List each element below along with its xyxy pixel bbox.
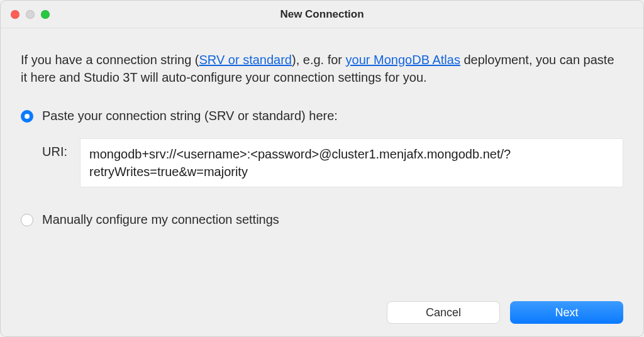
dialog-content: If you have a connection string (SRV or … bbox=[1, 28, 643, 336]
uri-input[interactable] bbox=[80, 138, 623, 187]
maximize-icon[interactable] bbox=[41, 10, 50, 19]
option-manual-row[interactable]: Manually configure my connection setting… bbox=[21, 213, 623, 227]
dialog-window: New Connection If you have a connection … bbox=[0, 0, 644, 337]
next-button[interactable]: Next bbox=[510, 301, 623, 324]
option-paste-row[interactable]: Paste your connection string (SRV or sta… bbox=[21, 109, 623, 123]
dialog-footer: Cancel Next bbox=[21, 289, 623, 324]
radio-paste[interactable] bbox=[21, 110, 33, 123]
uri-row: URI: bbox=[42, 138, 623, 187]
titlebar: New Connection bbox=[1, 1, 643, 28]
window-title: New Connection bbox=[11, 8, 633, 21]
intro-text: If you have a connection string (SRV or … bbox=[21, 51, 623, 86]
srv-standard-link[interactable]: SRV or standard bbox=[199, 53, 292, 67]
traffic-lights bbox=[11, 10, 50, 19]
cancel-button[interactable]: Cancel bbox=[387, 301, 500, 324]
uri-label: URI: bbox=[42, 138, 67, 159]
intro-mid: ), e.g. for bbox=[292, 53, 346, 67]
option-paste-label: Paste your connection string (SRV or sta… bbox=[42, 109, 338, 123]
option-manual-label: Manually configure my connection setting… bbox=[42, 213, 279, 227]
radio-manual[interactable] bbox=[21, 214, 33, 226]
mongodb-atlas-link[interactable]: your MongoDB Atlas bbox=[346, 53, 460, 67]
intro-pre: If you have a connection string ( bbox=[21, 53, 199, 67]
close-icon[interactable] bbox=[11, 10, 19, 19]
minimize-icon bbox=[26, 10, 35, 19]
